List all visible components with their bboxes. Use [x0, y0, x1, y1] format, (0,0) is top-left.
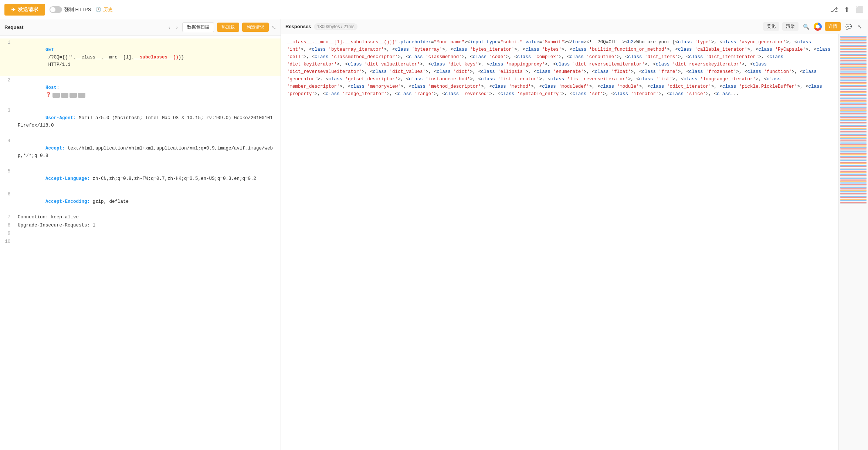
minimap — [838, 34, 868, 450]
line-num-8: 8 — [0, 222, 15, 229]
line-content-6: Accept-Encoding: gzip, deflate — [15, 191, 281, 213]
code-line-8: 8 Upgrade-Insecure-Requests: 1 — [0, 221, 281, 229]
toolbar-actions: ⎇ ⬆ ⬜ — [830, 6, 864, 14]
scan-button[interactable]: 数据包扫描 — [182, 22, 214, 32]
request-title: Request — [4, 24, 164, 30]
https-toggle-switch[interactable] — [50, 6, 62, 13]
nav-back-button[interactable]: ‹ — [167, 24, 172, 31]
response-title: Responses — [285, 24, 311, 29]
line-num-5: 5 — [0, 168, 15, 175]
code-line-3: 3 User-Agent: Mozilla/5.0 (Macintosh; In… — [0, 107, 281, 137]
search-button[interactable]: 🔍 — [801, 23, 811, 30]
toolbar: ✈ 发送请求 强制 HTTPS 🕐 历史 ⎇ ⬆ ⬜ — [0, 0, 868, 19]
hot-load-button[interactable]: 热加载 — [217, 23, 239, 32]
main-content: Request ‹ › 数据包扫描 热加载 构造请求 ⤡ 1 GET /?GQ=… — [0, 19, 868, 450]
line-num-3: 3 — [0, 107, 15, 114]
chrome-icon[interactable] — [814, 23, 822, 31]
line-num-9: 9 — [0, 230, 15, 237]
line-content-1: GET /?GQ={{''.__class__.__mro__[1].__sub… — [15, 39, 281, 76]
line-num-4: 4 — [0, 137, 15, 145]
response-meta: 18003bytes / 21ms — [314, 23, 357, 30]
line-num-6: 6 — [0, 191, 15, 198]
render-button[interactable]: 渲染 — [782, 22, 799, 31]
line-content-5: Accept-Language: zh-CN,zh;q=0.8,zh-TW;q=… — [15, 168, 281, 190]
detail-button[interactable]: 详情 — [825, 22, 841, 31]
response-expand-button[interactable]: ⤡ — [856, 23, 864, 30]
share-icon[interactable]: ⎇ — [830, 6, 838, 14]
response-content[interactable]: __class__.__mro__[1].__subclasses__()}}"… — [281, 34, 838, 450]
line-content-4: Accept: text/html,application/xhtml+xml,… — [15, 137, 281, 167]
question-icon: ❓ — [45, 91, 51, 99]
code-line-6: 6 Accept-Encoding: gzip, deflate — [0, 190, 281, 213]
expand-icon[interactable]: ⬜ — [855, 6, 864, 14]
line-content-7: Connection: keep-alive — [15, 214, 281, 221]
code-line-10: 10 — [0, 238, 281, 246]
line-num-1: 1 — [0, 39, 15, 46]
line-content-8: Upgrade-Insecure-Requests: 1 — [15, 222, 281, 229]
response-actions: 美化 渲染 🔍 详情 💬 ⤡ — [763, 22, 864, 31]
request-expand-button[interactable]: ⤡ — [272, 24, 276, 30]
host-redacted: ❓ — [45, 91, 85, 99]
code-line-9: 9 — [0, 229, 281, 238]
code-line-7: 7 Connection: keep-alive — [0, 213, 281, 221]
request-panel-header: Request ‹ › 数据包扫描 热加载 构造请求 ⤡ — [0, 19, 281, 36]
request-code-editor[interactable]: 1 GET /?GQ={{''.__class__.__mro__[1].__s… — [0, 36, 281, 450]
history-button[interactable]: 🕐 历史 — [95, 6, 113, 13]
code-line-2: 2 Host: ❓ — [0, 76, 281, 107]
line-num-10: 10 — [0, 238, 15, 245]
line-content-2: Host: ❓ — [15, 77, 281, 106]
https-label: 强制 HTTPS — [64, 6, 91, 13]
beautify-button[interactable]: 美化 — [763, 22, 779, 31]
code-line-5: 5 Accept-Language: zh-CN,zh;q=0.8,zh-TW;… — [0, 167, 281, 190]
nav-forward-button[interactable]: › — [174, 24, 179, 31]
code-line-4: 4 Accept: text/html,application/xhtml+xm… — [0, 137, 281, 167]
response-panel: Responses 18003bytes / 21ms 美化 渲染 🔍 详情 💬… — [281, 19, 868, 450]
line-content-3: User-Agent: Mozilla/5.0 (Macintosh; Inte… — [15, 107, 281, 137]
send-icon: ✈ — [11, 7, 16, 13]
code-line-1: 1 GET /?GQ={{''.__class__.__mro__[1].__s… — [0, 38, 281, 76]
line-num-2: 2 — [0, 77, 15, 84]
request-panel: Request ‹ › 数据包扫描 热加载 构造请求 ⤡ 1 GET /?GQ=… — [0, 19, 281, 450]
send-button[interactable]: ✈ 发送请求 — [4, 4, 45, 16]
response-text: __class__.__mro__[1].__subclasses__()}}"… — [287, 40, 831, 97]
minimap-content — [839, 34, 868, 206]
comment-button[interactable]: 💬 — [844, 23, 853, 30]
upload-icon[interactable]: ⬆ — [844, 6, 850, 14]
response-panel-header: Responses 18003bytes / 21ms 美化 渲染 🔍 详情 💬… — [281, 19, 868, 34]
https-toggle-group: 强制 HTTPS — [50, 6, 91, 13]
construct-button[interactable]: 构造请求 — [242, 23, 269, 32]
clock-icon: 🕐 — [95, 7, 101, 12]
line-num-7: 7 — [0, 214, 15, 221]
